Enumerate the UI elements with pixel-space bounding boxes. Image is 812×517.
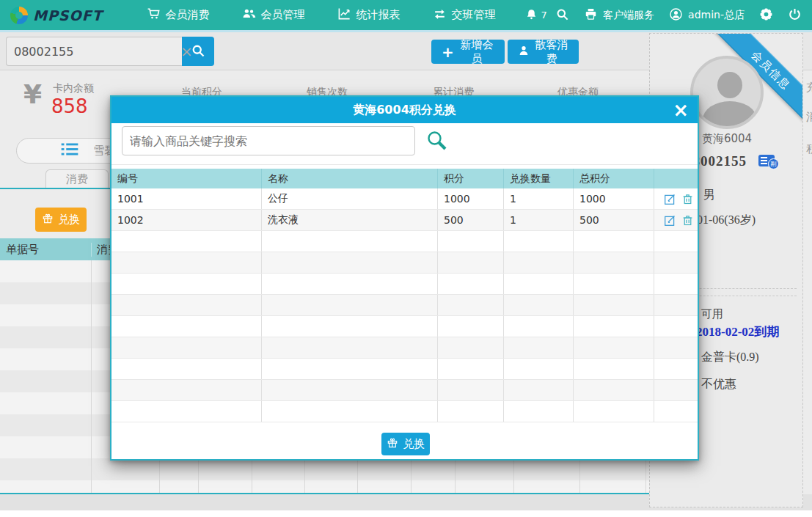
cell <box>111 337 262 358</box>
col-code: 编号 <box>111 169 262 188</box>
edge-fragment: 消 <box>806 110 812 124</box>
edit-icon[interactable] <box>664 214 676 227</box>
nav-item-member-consume[interactable]: 会员消费 <box>133 0 223 32</box>
cell <box>574 274 654 294</box>
cell <box>111 252 262 273</box>
search-icon <box>555 7 569 23</box>
cell <box>262 274 438 294</box>
row-actions <box>654 316 698 337</box>
exchange-table-row[interactable]: 1002洗衣液5001500 <box>111 210 698 231</box>
nav-item-reports[interactable]: 统计报表 <box>324 0 414 32</box>
col-name: 名称 <box>262 169 438 188</box>
product-search-input[interactable] <box>122 126 415 155</box>
gift-icon <box>387 437 398 452</box>
exchange-table-body: 1001公仔1000110001002洗衣液5001500 <box>111 188 698 422</box>
col-total: 总积分 <box>574 169 654 188</box>
dialog-titlebar: 黄海6004积分兑换 × <box>111 97 698 123</box>
nav-label: 统计报表 <box>356 8 400 22</box>
nav-item-shift-manage[interactable]: 交班管理 <box>420 0 509 32</box>
notification-area[interactable]: 7 <box>525 8 547 23</box>
edge-fragment: 积 <box>806 142 812 156</box>
product-search-icon[interactable] <box>425 129 447 151</box>
yuan-icon: ¥ <box>23 79 42 109</box>
nav-label: 会员管理 <box>261 8 305 22</box>
settings-button[interactable] <box>759 7 773 23</box>
duplicate-card-icon[interactable]: 副 <box>758 155 783 171</box>
row-actions <box>654 401 698 422</box>
navbar-right: 客户端服务 admin-总店 <box>555 7 812 23</box>
list-icon <box>17 143 78 158</box>
row-actions <box>654 188 698 209</box>
bell-icon <box>525 8 538 23</box>
records-table-bottom-border <box>0 493 701 494</box>
row-actions <box>654 295 698 315</box>
close-icon[interactable]: × <box>673 98 689 122</box>
points-exchange-dialog: 黄海6004积分兑换 × 编号 名称 积分 兑换数量 总积分 1001公仔100… <box>110 95 699 461</box>
walkin-consume-button[interactable]: 散客消费 <box>508 40 579 64</box>
records-column-divider <box>91 260 92 493</box>
logout-button[interactable] <box>788 7 802 23</box>
exchange-table-row[interactable]: 1001公仔100011000 <box>111 188 698 210</box>
member-search-group: × <box>6 37 214 66</box>
row-actions <box>654 252 698 273</box>
cell <box>438 231 504 252</box>
cell: 1000 <box>574 188 654 209</box>
users-icon <box>242 7 256 23</box>
trash-icon[interactable] <box>681 193 694 205</box>
cell <box>111 231 262 252</box>
exchange-submit-label: 兑换 <box>403 437 425 451</box>
exchange-submit-button[interactable]: 兑换 <box>381 433 430 455</box>
user-menu[interactable]: admin-总店 <box>669 7 745 23</box>
client-service[interactable]: 客户端服务 <box>584 7 654 23</box>
cell <box>262 337 438 358</box>
cell <box>574 359 654 379</box>
walkin-label: 散客消费 <box>535 38 568 66</box>
nav-label: 交班管理 <box>452 8 496 22</box>
cell <box>111 359 262 379</box>
balance-label: 卡内余额 <box>53 82 94 95</box>
exchange-table-empty-row <box>111 359 698 380</box>
cell <box>574 231 654 252</box>
user-label: admin-总店 <box>688 9 745 22</box>
edit-icon[interactable] <box>664 193 676 205</box>
cell <box>262 252 438 273</box>
member-status: 可用 <box>701 307 723 321</box>
power-icon <box>788 7 802 23</box>
member-avatar <box>690 56 764 129</box>
card-copy-badge: 副 <box>768 158 779 169</box>
cell <box>504 252 574 273</box>
clear-icon[interactable]: × <box>180 43 193 60</box>
row-actions <box>654 210 698 230</box>
member-search-input[interactable] <box>6 37 182 66</box>
add-member-label: 新增会员 <box>459 38 494 66</box>
cell: 洗衣液 <box>262 210 438 230</box>
cell <box>574 316 654 337</box>
row-actions <box>654 231 698 252</box>
search-icon <box>191 43 205 60</box>
cell <box>262 231 438 252</box>
col-points: 积分 <box>438 169 504 188</box>
member-card-type: 金普卡(0.9) <box>701 350 759 365</box>
col-qty: 兑换数量 <box>504 169 574 188</box>
cell <box>111 274 262 294</box>
cell: 公仔 <box>262 188 438 209</box>
add-member-button[interactable]: + 新增会员 <box>431 40 505 64</box>
cell <box>504 295 574 315</box>
nav-label: 会员消费 <box>166 8 210 22</box>
row-actions <box>654 359 698 379</box>
app-logo: MPSOFT <box>0 7 113 24</box>
cell <box>438 401 504 422</box>
global-search-button[interactable] <box>555 7 569 23</box>
cell <box>504 401 574 422</box>
cell <box>262 295 438 315</box>
cell <box>438 295 504 315</box>
cell <box>574 401 654 422</box>
row-actions <box>654 337 698 358</box>
tab-consume[interactable]: 消费 <box>45 169 109 188</box>
cell <box>111 401 262 422</box>
trash-icon[interactable] <box>681 214 694 227</box>
printer-icon <box>584 7 598 23</box>
exchange-button[interactable]: 兑换 <box>35 208 87 232</box>
nav-item-member-manage[interactable]: 会员管理 <box>229 0 318 32</box>
cell <box>504 380 574 400</box>
